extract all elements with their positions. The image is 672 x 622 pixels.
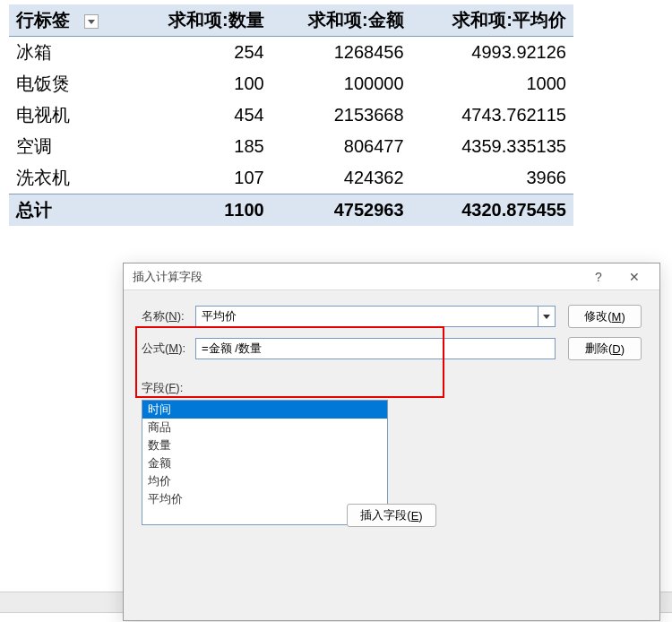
row-label[interactable]: 冰箱 [9, 37, 132, 69]
help-button[interactable]: ? [581, 264, 616, 289]
cell-amount[interactable]: 100000 [271, 68, 411, 99]
header-row-label[interactable]: 行标签 [9, 4, 132, 37]
cell-amount[interactable]: 806477 [271, 131, 411, 162]
header-qty[interactable]: 求和项:数量 [132, 4, 271, 37]
cell-amount[interactable]: 424362 [271, 162, 411, 194]
table-row: 电视机45421536684743.762115 [9, 99, 573, 131]
cell-avg[interactable]: 4359.335135 [411, 131, 573, 162]
total-label[interactable]: 总计 [9, 194, 132, 227]
name-input[interactable] [195, 306, 321, 327]
cell-qty[interactable]: 454 [132, 99, 271, 131]
header-amount[interactable]: 求和项:金额 [271, 4, 411, 37]
fields-label: 字段(F): [142, 380, 642, 396]
cell-avg[interactable]: 1000 [411, 68, 573, 99]
cell-qty[interactable]: 185 [132, 131, 271, 162]
cell-avg[interactable]: 4743.762115 [411, 99, 573, 131]
list-item[interactable]: 数量 [142, 436, 387, 454]
close-button[interactable]: ✕ [616, 264, 652, 289]
cell-avg[interactable]: 3966 [411, 162, 573, 194]
cell-avg[interactable]: 4993.92126 [411, 37, 573, 69]
cell-qty[interactable]: 107 [132, 162, 271, 194]
dialog-titlebar: 插入计算字段 ? ✕ [124, 263, 659, 290]
cell-qty[interactable]: 100 [132, 68, 271, 99]
list-item[interactable]: 金额 [142, 454, 387, 472]
name-dropdown-icon[interactable] [538, 306, 556, 327]
cell-amount[interactable]: 2153668 [271, 99, 411, 131]
formula-label: 公式(M): [142, 341, 195, 357]
row-label[interactable]: 电饭煲 [9, 68, 132, 99]
total-amount[interactable]: 4752963 [271, 194, 411, 227]
table-row: 冰箱25412684564993.92126 [9, 37, 573, 69]
pivot-table: 行标签 求和项:数量 求和项:金额 求和项:平均价 冰箱254126845649… [9, 4, 573, 226]
filter-dropdown-icon[interactable] [84, 14, 99, 29]
name-combo-area[interactable] [321, 306, 538, 327]
list-item[interactable]: 商品 [142, 419, 387, 436]
modify-button[interactable]: 修改(M) [568, 305, 642, 328]
header-avg[interactable]: 求和项:平均价 [411, 4, 573, 37]
insert-calculated-field-dialog: 插入计算字段 ? ✕ 名称(N): 修改(M) 公式(M): [123, 263, 660, 621]
name-label: 名称(N): [142, 308, 195, 324]
table-row: 洗衣机1074243623966 [9, 162, 573, 194]
table-row: 空调1858064774359.335135 [9, 131, 573, 162]
cell-amount[interactable]: 1268456 [271, 37, 411, 69]
row-label[interactable]: 空调 [9, 131, 132, 162]
insert-field-button[interactable]: 插入字段(E) [347, 504, 436, 527]
row-label[interactable]: 电视机 [9, 99, 132, 131]
dialog-title: 插入计算字段 [133, 263, 581, 290]
cell-qty[interactable]: 254 [132, 37, 271, 69]
total-row: 总计110047529634320.875455 [9, 194, 573, 227]
total-qty[interactable]: 1100 [132, 194, 271, 227]
formula-input[interactable] [195, 338, 556, 359]
list-item[interactable]: 均价 [142, 472, 387, 490]
table-row: 电饭煲1001000001000 [9, 68, 573, 99]
delete-button[interactable]: 删除(D) [568, 337, 642, 360]
total-avg[interactable]: 4320.875455 [411, 194, 573, 227]
list-item[interactable]: 时间 [142, 401, 387, 419]
row-label[interactable]: 洗衣机 [9, 162, 132, 194]
